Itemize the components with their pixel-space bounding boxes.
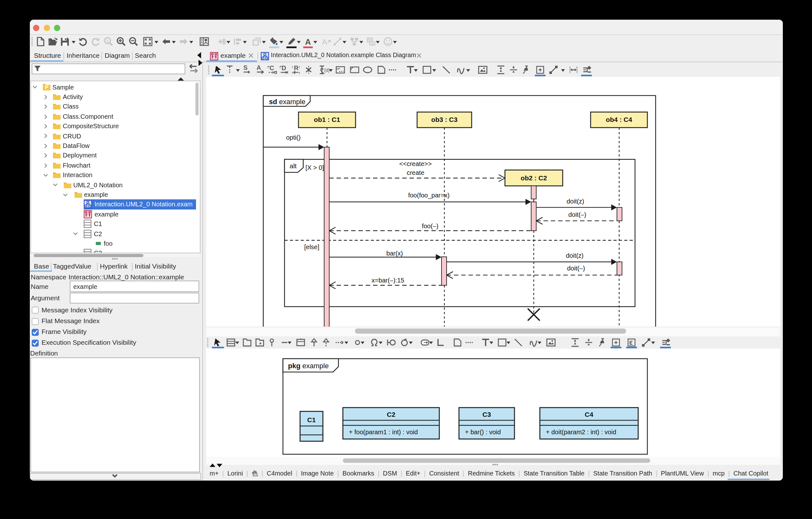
svg-text:+ foo(param1 : int) : void: + foo(param1 : int) : void	[349, 429, 418, 436]
svg-text:C1: C1	[307, 416, 316, 424]
svg-text:A: A	[322, 38, 327, 46]
svg-text:ob3 : C3: ob3 : C3	[431, 116, 458, 123]
svg-text:bar(x): bar(x)	[386, 250, 403, 257]
svg-text:C: C	[269, 64, 274, 72]
svg-text:create: create	[407, 169, 425, 176]
svg-text:sd example: sd example	[269, 98, 306, 106]
svg-text:C3: C3	[483, 411, 491, 418]
svg-text:[else]: [else]	[304, 243, 319, 250]
svg-text:S: S	[243, 64, 247, 71]
svg-text:[X > 0]: [X > 0]	[306, 164, 324, 171]
svg-text:ob4 : C4: ob4 : C4	[606, 116, 632, 123]
svg-text:1: 1	[106, 39, 109, 44]
svg-text:P: P	[45, 84, 48, 90]
svg-text:+ doit(param2 : int) : void: + doit(param2 : int) : void	[546, 429, 616, 436]
svg-text:<<create>>: <<create>>	[399, 160, 432, 167]
svg-text:C4: C4	[585, 411, 593, 418]
svg-text:opti(): opti()	[286, 134, 301, 141]
svg-text:x=bar(–):15: x=bar(–):15	[372, 277, 404, 284]
svg-text:A: A	[305, 37, 311, 47]
svg-text:R: R	[294, 64, 298, 72]
svg-text:C2: C2	[387, 411, 396, 418]
svg-text:pkg example: pkg example	[288, 362, 328, 370]
svg-text:doit(z): doit(z)	[566, 252, 584, 259]
svg-text:D: D	[281, 64, 286, 72]
svg-text:A: A	[256, 64, 261, 71]
svg-text:doit(–): doit(–)	[569, 211, 586, 218]
svg-text:doit(–): doit(–)	[567, 265, 585, 272]
svg-text:alt: alt	[290, 162, 296, 169]
svg-text:foo(foo_par=x): foo(foo_par=x)	[408, 192, 450, 199]
svg-text:ob2 : C2: ob2 : C2	[521, 174, 547, 182]
svg-text:ob1 : C1: ob1 : C1	[314, 116, 340, 123]
svg-text:{d}: {d}	[324, 67, 329, 73]
svg-text:foo(–): foo(–)	[422, 222, 438, 229]
svg-text:+ bar() : void: + bar() : void	[465, 429, 501, 436]
svg-text:doit(z): doit(z)	[567, 198, 584, 205]
